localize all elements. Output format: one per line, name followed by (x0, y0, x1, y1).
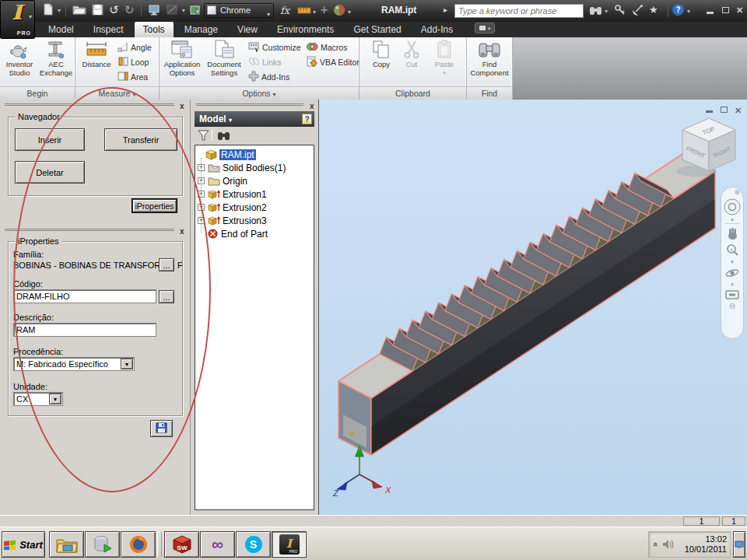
familia-browse-button[interactable]: ... (159, 258, 174, 271)
tab-environments[interactable]: Environments (268, 22, 342, 37)
taskbar-windows-explorer[interactable] (49, 531, 84, 558)
close-icon[interactable]: x (180, 228, 184, 236)
clock[interactable]: 13:02 10/01/2011 (675, 534, 730, 555)
angle-button[interactable]: Angle (117, 40, 152, 54)
chevron-down-icon[interactable]: ▾ (121, 359, 133, 369)
favorites-star-icon[interactable]: ★ (649, 4, 658, 16)
save-icon[interactable] (92, 4, 103, 17)
select-tool-icon[interactable] (189, 4, 202, 17)
tree-item-label[interactable]: Extrusion2 (223, 202, 267, 213)
inserir-button[interactable]: Inserir (15, 128, 85, 151)
steering-wheel-icon[interactable] (723, 198, 742, 216)
panel-grip[interactable] (5, 103, 174, 109)
cut-button[interactable]: Cut (398, 39, 425, 86)
chevron-down-icon[interactable]: ▾ (348, 9, 351, 16)
expand-icon[interactable]: + (198, 204, 205, 211)
sketch-icon[interactable] (166, 4, 178, 17)
start-button[interactable]: Start (2, 531, 45, 558)
open-file-icon[interactable] (72, 4, 86, 16)
tree-item-label[interactable]: Solid Bodies(1) (223, 163, 286, 173)
panel-label-options[interactable]: Options▾ (160, 86, 359, 100)
find-icon[interactable] (217, 130, 230, 142)
taskbar-inventor[interactable]: I PRO (272, 531, 307, 558)
chevron-down-icon[interactable]: ▾ (731, 218, 734, 222)
distance-button[interactable]: Distance (78, 39, 115, 86)
chevron-down-icon[interactable]: ▾ (182, 7, 185, 14)
tab-get-started[interactable]: Get Started (345, 22, 409, 37)
chevron-down-icon[interactable]: ▾ (731, 282, 734, 286)
codigo-field[interactable] (13, 289, 156, 303)
panel-label-find[interactable]: Find (467, 86, 512, 100)
undo-icon[interactable]: ↺ (109, 3, 119, 17)
tab-model[interactable]: Model (40, 22, 82, 37)
minimize-button[interactable] (707, 5, 717, 16)
chevron-down-icon[interactable]: ▾ (58, 7, 61, 14)
chevron-down-icon[interactable]: ▾ (731, 260, 734, 264)
tab-tools[interactable]: Tools (135, 22, 174, 37)
deletar-button[interactable]: Deletar (15, 161, 85, 184)
application-options-button[interactable]: Application Options (162, 39, 202, 86)
links-button[interactable]: Links (248, 55, 282, 69)
pan-hand-icon[interactable] (724, 226, 740, 241)
navigation-bar[interactable]: ⊗ ▾ ± ▾ ▾ ⊖ (721, 187, 744, 339)
help-icon[interactable]: ? (672, 4, 684, 16)
update-icon[interactable] (148, 4, 160, 17)
appearance-dropdown[interactable]: Chrome ▾ (204, 3, 274, 18)
parameters-fx-button[interactable]: fx (280, 5, 289, 16)
restore-button[interactable] (722, 5, 732, 16)
measure-ruler-icon[interactable] (297, 5, 311, 16)
tree-item-extrusion2[interactable]: + Extrusion2 (198, 201, 267, 214)
view-cube[interactable]: TOP FRONT RIGHT (673, 114, 745, 182)
tab-add-ins[interactable]: Add-Ins (412, 22, 461, 37)
filter-icon[interactable] (198, 130, 209, 142)
navbar-collapse-icon[interactable]: ⊖ (729, 303, 735, 310)
close-icon[interactable]: x (310, 103, 314, 110)
copy-button[interactable]: Copy (366, 39, 397, 86)
tab-view[interactable]: View (229, 22, 266, 37)
tree-item-extrusion1[interactable]: + Extrusion1 (198, 187, 267, 201)
browser-help-icon[interactable]: ? (302, 114, 312, 124)
show-desktop-button[interactable] (733, 531, 745, 558)
ribbon-display-toggle[interactable]: ▾ (475, 23, 495, 33)
descricao-field[interactable] (13, 323, 156, 337)
hidden-icons-chevron[interactable]: « (651, 542, 661, 547)
tree-item-origin[interactable]: + Origin (198, 174, 247, 187)
aec-exchange-button[interactable]: AEC Exchange (38, 39, 74, 86)
tree-item-label[interactable]: RAM.ipt (219, 149, 256, 160)
vba-editor-button[interactable]: VBA Editor (306, 55, 359, 69)
expand-icon[interactable]: + (198, 191, 205, 198)
document-settings-button[interactable]: Document Settings (204, 39, 244, 86)
tree-item-label[interactable]: End of Part (221, 229, 268, 240)
redo-icon[interactable]: ↻ (124, 3, 135, 17)
search-input[interactable] (454, 4, 584, 18)
taskbar-skype[interactable]: S (236, 531, 271, 558)
tab-inspect[interactable]: Inspect (85, 22, 132, 37)
customize-button[interactable]: Customize (248, 40, 301, 54)
taskbar-solidworks[interactable]: SW (164, 531, 199, 558)
zoom-icon[interactable]: ± (724, 243, 740, 258)
graphics-viewport[interactable]: ✕ TOP FRONT RIGHT ⊗ ▾ ± ▾ ▾ ⊖ Y Z X (319, 100, 747, 515)
look-at-icon[interactable] (724, 288, 740, 302)
navbar-close-icon[interactable]: ⊗ (734, 189, 740, 196)
taskbar-firefox[interactable] (121, 531, 156, 558)
expand-icon[interactable]: + (198, 177, 205, 184)
plus-icon[interactable]: + (321, 3, 328, 17)
volume-icon[interactable] (661, 538, 675, 551)
unidade-dropdown[interactable]: CX ▾ (13, 392, 63, 406)
browser-header[interactable]: Model ▾ ? (195, 111, 314, 127)
tree-item-label[interactable]: Extrusion3 (223, 215, 267, 226)
expand-icon[interactable]: + (198, 164, 205, 171)
macros-button[interactable]: Macros (306, 40, 347, 54)
tree-item-part[interactable]: RAM.ipt (205, 148, 256, 161)
close-button[interactable]: ✕ (736, 5, 746, 16)
find-component-button[interactable]: Find Component (469, 39, 510, 86)
panel-grip[interactable] (5, 229, 174, 234)
panel-label-begin[interactable]: Begin (0, 86, 75, 100)
taskbar-sql-database[interactable] (85, 531, 120, 558)
chevron-down-icon[interactable]: ▾ (49, 394, 61, 404)
tree-item-end-of-part[interactable]: End of Part (208, 227, 268, 240)
add-ins-button[interactable]: Add-Ins (248, 70, 289, 84)
transferir-button[interactable]: Transferir (104, 128, 177, 151)
orbit-icon[interactable] (724, 265, 740, 281)
close-icon[interactable]: x (180, 103, 184, 110)
